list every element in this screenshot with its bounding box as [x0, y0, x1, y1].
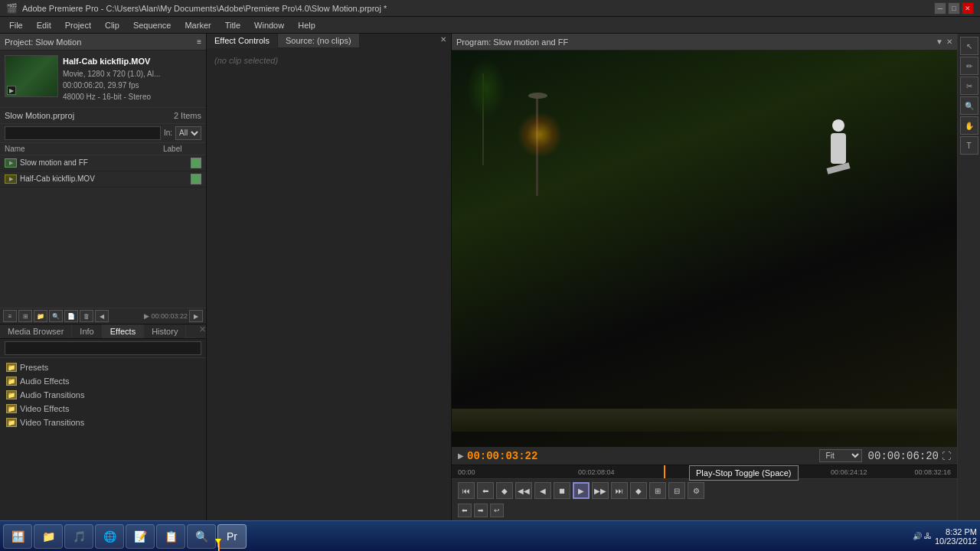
project-delete[interactable]: 🗑 [80, 310, 93, 322]
skater-board [826, 162, 850, 174]
menu-marker[interactable]: Marker [178, 19, 217, 31]
project-panel-title: Project: Slow Motion [5, 37, 197, 47]
file-list: ▶ Slow motion and FF ▶ Half-Cab kickflip… [0, 155, 206, 308]
clock-date: 10/23/2012 [935, 536, 977, 546]
right-tools-panel: ↖ ✏ ✂ 🔍 ✋ T [957, 34, 980, 520]
taskbar-search[interactable]: 🔍 [187, 524, 216, 549]
menu-sequence[interactable]: Sequence [127, 19, 178, 31]
list-item[interactable]: ▶ Half-Cab kickflip.MOV [0, 171, 206, 187]
clip-play-button[interactable]: ▶ [7, 86, 16, 95]
effect-group-audio-transitions-header[interactable]: 📁 Audio Transitions [3, 389, 203, 401]
project-search-btn[interactable]: 🔍 [49, 310, 63, 322]
list-item[interactable]: ▶ Slow motion and FF [0, 155, 206, 171]
play-reverse-button[interactable]: ◀◀ [515, 482, 532, 499]
effect-group-audio-effects-header[interactable]: 📁 Audio Effects [3, 375, 203, 387]
stop-button[interactable]: ◀ [534, 482, 551, 499]
loop-button[interactable]: ↩ [490, 504, 504, 517]
overwrite-button[interactable]: ⊟ [668, 482, 685, 499]
taskbar-premiere[interactable]: Pr [217, 524, 247, 549]
panel-close[interactable]: ✕ [199, 324, 206, 338]
project-new-item[interactable]: 📄 [64, 310, 78, 322]
file-name-slow-motion: Slow motion and FF [20, 158, 191, 167]
minimize-button[interactable]: ─ [934, 2, 946, 15]
go-to-out-point-button[interactable]: ⏭ [611, 482, 628, 499]
tool-razor[interactable]: ✂ [960, 77, 978, 95]
effect-group-audio-transitions: 📁 Audio Transitions [3, 389, 203, 401]
monitor-bottom: ▶ 00:00:03:22 Fit 25% 50% 75% 100% 00:00… [452, 447, 957, 520]
tool-type[interactable]: T [960, 136, 978, 155]
tool-hand[interactable]: ✋ [960, 116, 978, 135]
program-panel-close[interactable]: ✕ [946, 37, 952, 46]
tab-history[interactable]: History [144, 324, 186, 338]
taskbar-tray: 🔊 🖧 8:32 PM 10/23/2012 [913, 527, 977, 546]
project-icon-view[interactable]: ⊞ [18, 310, 32, 322]
effects-search-input[interactable] [5, 341, 201, 355]
ec-close[interactable]: ✕ [436, 34, 451, 48]
maximize-button[interactable]: □ [948, 2, 960, 15]
project-new-bin[interactable]: 📁 [34, 310, 47, 322]
taskbar-explorer[interactable]: 📁 [34, 524, 63, 549]
taskbar-media[interactable]: 🎵 [64, 524, 93, 549]
trim-next-button[interactable]: ➡ [474, 504, 488, 517]
left-panel: Project: Slow Motion ≡ ▶ Half-Cab kickfl… [0, 34, 207, 520]
effect-group-video-transitions-header[interactable]: 📁 Video Transitions [3, 416, 203, 429]
program-menu-button[interactable]: ▼ [936, 37, 943, 46]
mark-out-button[interactable]: ◆ [630, 482, 647, 499]
tab-effect-controls[interactable]: Effect Controls [207, 34, 278, 48]
tab-info[interactable]: Info [72, 324, 102, 338]
settings-button[interactable]: ⚙ [688, 482, 704, 499]
insert-button[interactable]: ⊞ [649, 482, 666, 499]
window-title: Adobe Premiere Pro - C:\Users\Alan\My Do… [22, 4, 934, 13]
ground [452, 409, 957, 432]
project-list-view[interactable]: ≡ [3, 310, 17, 322]
menu-bar: File Edit Project Clip Sequence Marker T… [0, 17, 980, 34]
tab-media-browser[interactable]: Media Browser [0, 324, 72, 338]
skater [819, 119, 858, 188]
go-to-in-point-button[interactable]: ⏮ [458, 482, 475, 499]
effect-group-video-effects-header[interactable]: 📁 Video Effects [3, 403, 203, 415]
step-forward-button[interactable]: ▶▶ [592, 482, 609, 499]
project-nav-left[interactable]: ◀ [95, 310, 109, 322]
close-button[interactable]: ✕ [962, 2, 974, 15]
current-timecode[interactable]: 00:00:03:22 [467, 450, 537, 462]
full-screen-button[interactable]: ⛶ [942, 451, 951, 461]
start-button[interactable]: 🪟 [3, 524, 32, 549]
play-stop-toggle-button[interactable]: ▶ [573, 482, 590, 499]
clock-time: 8:32 PM [935, 527, 977, 536]
menu-clip[interactable]: Clip [99, 19, 126, 31]
fit-select[interactable]: Fit 25% 50% 75% 100% [819, 449, 862, 462]
tool-selection[interactable]: ↖ [960, 37, 978, 55]
effect-group-presets-label: Presets [20, 363, 48, 372]
menu-title[interactable]: Title [219, 19, 247, 31]
app-icon: 🎬 [6, 3, 18, 14]
menu-file[interactable]: File [3, 19, 29, 31]
trim-prev-button[interactable]: ⬅ [458, 504, 472, 517]
tab-source[interactable]: Source: (no clips) [278, 34, 360, 48]
tool-zoom[interactable]: 🔍 [960, 96, 978, 115]
taskbar-word[interactable]: 📝 [126, 524, 155, 549]
menu-window[interactable]: Window [248, 19, 290, 31]
mov-icon: ▶ [5, 174, 17, 184]
step-back-button[interactable]: ⬅ [477, 482, 494, 499]
menu-help[interactable]: Help [292, 19, 322, 31]
project-panel-collapse[interactable]: ≡ [197, 37, 201, 46]
menu-project[interactable]: Project [59, 19, 97, 31]
tab-effects[interactable]: Effects [103, 324, 144, 338]
menu-edit[interactable]: Edit [31, 19, 57, 31]
taskbar-library[interactable]: 📋 [156, 524, 185, 549]
effect-group-presets-header[interactable]: 📁 Presets [3, 361, 203, 373]
taskbar: 🪟 📁 🎵 🌐 📝 📋 🔍 Pr 🔊 🖧 8:32 PM 10/23/2012 [0, 520, 980, 551]
lift-button[interactable]: ⏹ [554, 482, 570, 499]
project-search-input[interactable] [5, 126, 161, 140]
folder-icon-2: 📁 [6, 377, 17, 386]
project-nav-right[interactable]: ▶ [189, 310, 203, 322]
tool-pen[interactable]: ✏ [960, 57, 978, 75]
effect-group-video-transitions: 📁 Video Transitions [3, 416, 203, 429]
effects-panel: Media Browser Info Effects History ✕ 📁 P… [0, 324, 206, 520]
tree-foliage [467, 58, 505, 119]
mark-in-button[interactable]: ◆ [496, 482, 513, 499]
ruler-mark-1: 00:00 [458, 468, 475, 476]
in-select[interactable]: All [175, 126, 201, 140]
title-bar: 🎬 Adobe Premiere Pro - C:\Users\Alan\My … [0, 0, 980, 17]
taskbar-ie[interactable]: 🌐 [95, 524, 124, 549]
